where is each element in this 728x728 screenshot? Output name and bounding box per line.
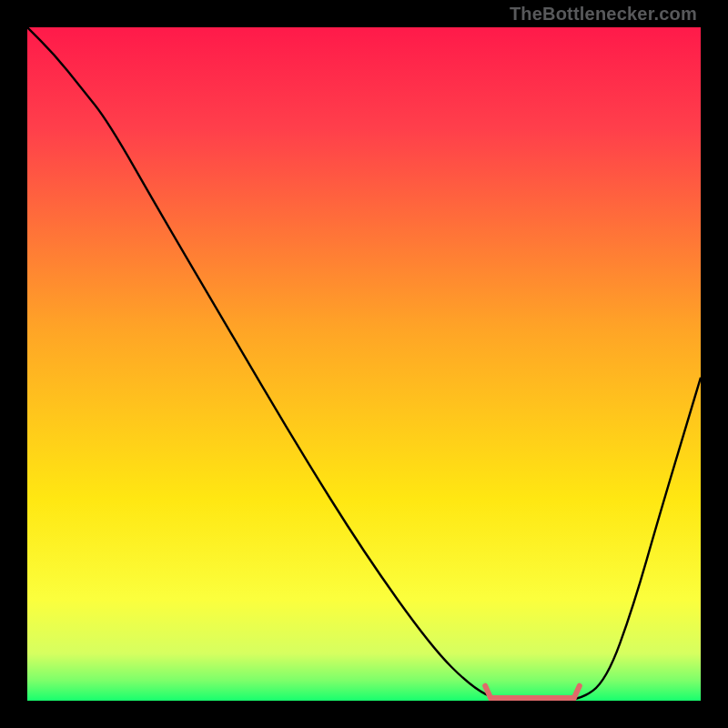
chart-background	[27, 27, 701, 701]
chart-frame	[27, 27, 701, 701]
chart-svg	[27, 27, 701, 701]
watermark-text: TheBottlenecker.com	[510, 4, 697, 25]
